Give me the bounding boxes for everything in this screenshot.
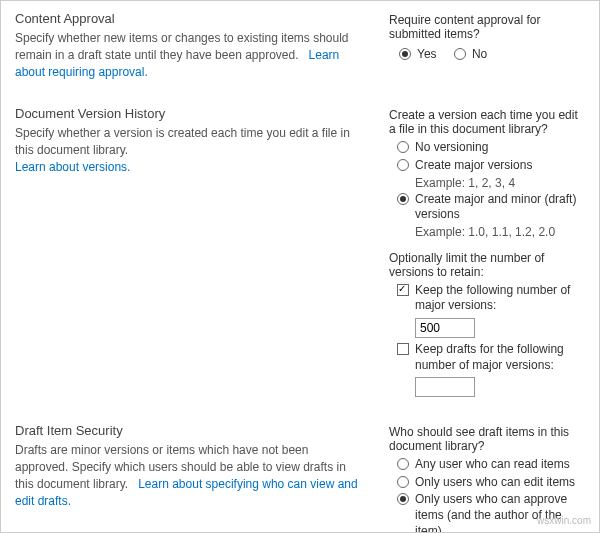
radio-edit[interactable] [397, 476, 409, 488]
content-approval-left: Content Approval Specify whether new ite… [15, 11, 385, 80]
label-major-minor: Create major and minor (draft) versions [415, 192, 585, 223]
draft-security-title: Draft Item Security [15, 423, 365, 438]
section-draft-security: Draft Item Security Drafts are minor ver… [1, 403, 599, 533]
checkbox-keep-major[interactable] [397, 284, 409, 296]
watermark: wsxwin.com [537, 515, 591, 526]
radio-major-minor[interactable] [397, 193, 409, 205]
radio-read-row[interactable]: Any user who can read items [397, 457, 585, 473]
label-read: Any user who can read items [415, 457, 570, 473]
checkbox-keep-drafts[interactable] [397, 343, 409, 355]
radio-major-minor-row[interactable]: Create major and minor (draft) versions [397, 192, 585, 223]
radio-major-row[interactable]: Create major versions [397, 158, 585, 174]
label-no-versioning: No versioning [415, 140, 488, 156]
radio-yes[interactable] [399, 48, 411, 60]
check-keep-drafts-row[interactable]: Keep drafts for the following number of … [397, 342, 585, 373]
example-major: Example: 1, 2, 3, 4 [415, 176, 585, 190]
content-approval-question: Require content approval for submitted i… [389, 13, 585, 41]
radio-read[interactable] [397, 458, 409, 470]
link-versions[interactable]: Learn about versions. [15, 160, 130, 174]
radio-approve-row[interactable]: Only users who can approve items (and th… [397, 492, 585, 533]
radio-approve[interactable] [397, 493, 409, 505]
label-keep-drafts: Keep drafts for the following number of … [415, 342, 585, 373]
content-approval-right: Require content approval for submitted i… [385, 11, 585, 80]
content-approval-desc: Specify whether new items or changes to … [15, 30, 365, 80]
label-major: Create major versions [415, 158, 532, 174]
radio-yes-label: Yes [417, 47, 437, 63]
content-approval-radios: Yes No [399, 45, 585, 65]
label-keep-major: Keep the following number of major versi… [415, 283, 585, 314]
radio-no-versioning-row[interactable]: No versioning [397, 140, 585, 156]
version-question: Create a version each time you edit a fi… [389, 108, 585, 136]
version-history-left: Document Version History Specify whether… [15, 106, 385, 397]
draft-question: Who should see draft items in this docum… [389, 425, 585, 453]
content-approval-title: Content Approval [15, 11, 365, 26]
draft-security-desc: Drafts are minor versions or items which… [15, 442, 365, 509]
version-history-desc: Specify whether a version is created eac… [15, 125, 365, 175]
radio-no-row[interactable]: No [454, 47, 487, 63]
label-edit: Only users who can edit items [415, 475, 575, 491]
version-history-title: Document Version History [15, 106, 365, 121]
radio-yes-row[interactable]: Yes [399, 47, 437, 63]
radio-major[interactable] [397, 159, 409, 171]
label-approve: Only users who can approve items (and th… [415, 492, 585, 533]
draft-security-left: Draft Item Security Drafts are minor ver… [15, 423, 385, 533]
radio-no-label: No [472, 47, 487, 63]
example-major-minor: Example: 1.0, 1.1, 1.2, 2.0 [415, 225, 585, 239]
radio-no-versioning[interactable] [397, 141, 409, 153]
version-history-right: Create a version each time you edit a fi… [385, 106, 585, 397]
limit-question: Optionally limit the number of versions … [389, 251, 585, 279]
radio-no[interactable] [454, 48, 466, 60]
section-content-approval: Content Approval Specify whether new ite… [1, 1, 599, 86]
input-keep-major-count[interactable] [415, 318, 475, 338]
radio-edit-row[interactable]: Only users who can edit items [397, 475, 585, 491]
content-approval-desc-text: Specify whether new items or changes to … [15, 31, 349, 62]
version-history-desc-text: Specify whether a version is created eac… [15, 126, 350, 157]
check-keep-major-row[interactable]: Keep the following number of major versi… [397, 283, 585, 314]
input-keep-drafts-count[interactable] [415, 377, 475, 397]
section-version-history: Document Version History Specify whether… [1, 86, 599, 403]
